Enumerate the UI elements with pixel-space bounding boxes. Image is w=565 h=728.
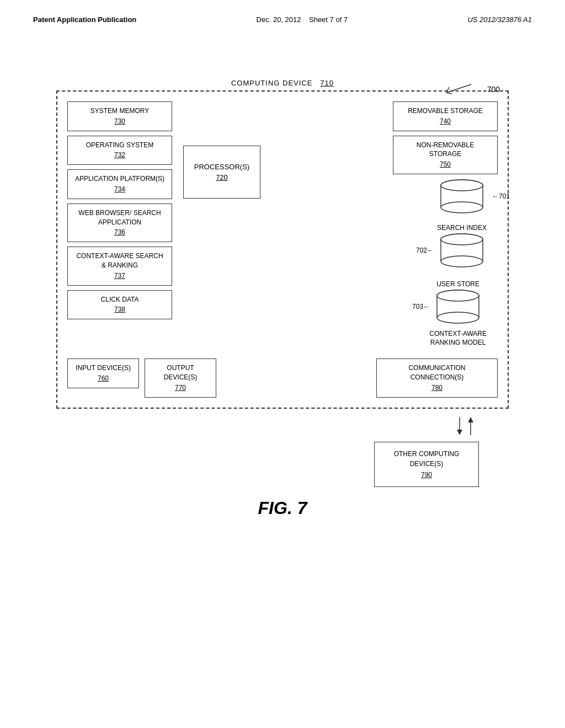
page-header: Patent Application Publication Dec. 20, …: [0, 0, 565, 24]
cylinder-702-icon: [437, 233, 487, 269]
diagram-area: COMPUTING DEVICE 710 SYSTEM MEMORY 730 O…: [56, 79, 509, 487]
header-center: Dec. 20, 2012 Sheet 7 of 7: [257, 15, 348, 24]
figure-label: FIG. 7: [0, 498, 565, 518]
inner-layout: SYSTEM MEMORY 730 OPERATING SYSTEM 732 A…: [67, 101, 498, 350]
svg-marker-22: [457, 430, 462, 435]
web-browser-ref: 736: [74, 228, 165, 237]
computing-device-ref: 710: [320, 79, 334, 87]
processor-box: PROCESSOR(S) 720: [183, 146, 260, 199]
sheet-number: Sheet 7 of 7: [309, 15, 348, 24]
application-platform-box: APPLICATION PLATFORM(S) 734: [67, 169, 172, 199]
click-data-label: CLICK DATA: [101, 296, 139, 303]
cylinder-701-icon: [437, 179, 487, 215]
output-device-box: OUTPUT DEVICE(S) 770: [145, 358, 216, 397]
patent-number: US 2012/323876 A1: [467, 15, 532, 24]
svg-point-7: [441, 202, 483, 213]
processor-label: PROCESSOR(S): [194, 163, 249, 171]
input-device-ref: 760: [74, 374, 132, 383]
input-device-label: INPUT DEVICE(S): [76, 364, 131, 372]
non-removable-storage-box: NON-REMOVABLE STORAGE 750: [393, 136, 498, 174]
cylinder-702-container: SEARCH INDEX 702←: [437, 221, 487, 271]
fig-label-text: FIG. 7: [258, 498, 307, 518]
web-browser-label: WEB BROWSER/ SEARCH APPLICATION: [78, 209, 161, 226]
input-device-box: INPUT DEVICE(S) 760: [67, 358, 139, 388]
output-device-label: OUTPUT DEVICE(S): [164, 364, 198, 381]
publication-date: Dec. 20, 2012: [257, 15, 301, 24]
computing-device-text: COMPUTING DEVICE: [231, 79, 312, 87]
non-removable-storage-label: NON-REMOVABLE STORAGE: [417, 141, 474, 158]
click-data-box: CLICK DATA 738: [67, 290, 172, 320]
system-memory-label: SYSTEM MEMORY: [90, 107, 149, 115]
removable-storage-box: REMOVABLE STORAGE 740: [393, 101, 498, 131]
click-data-ref: 738: [74, 305, 165, 314]
cylinder-701-container: ←701: [437, 179, 487, 215]
application-platform-label: APPLICATION PLATFORM(S): [75, 175, 164, 183]
publication-label: Patent Application Publication: [33, 15, 136, 24]
communication-connection-box: COMMUNICATION CONNECTION(S) 780: [376, 358, 498, 397]
web-browser-box: WEB BROWSER/ SEARCH APPLICATION 736: [67, 204, 172, 242]
cylinder-701-arrow-label: ←701: [492, 192, 510, 200]
arrow-section: OTHER COMPUTING DEVICE(S) 790: [56, 414, 509, 487]
system-memory-ref: 730: [74, 117, 165, 126]
svg-marker-24: [468, 417, 473, 422]
search-index-label: SEARCH INDEX: [437, 223, 487, 233]
operating-system-ref: 732: [74, 151, 165, 160]
svg-point-20: [437, 290, 479, 301]
removable-storage-label: REMOVABLE STORAGE: [408, 107, 483, 115]
cylinder-703-container: USER STORE 703←: [429, 277, 487, 347]
computing-device-box: SYSTEM MEMORY 730 OPERATING SYSTEM 732 A…: [56, 90, 509, 409]
context-aware-search-label: CONTEXT-AWARE SEARCH & RANKING: [76, 252, 163, 269]
arrows-icon: [451, 414, 484, 442]
header-left: Patent Application Publication: [33, 15, 136, 24]
communication-connection-ref: 780: [383, 383, 491, 393]
user-store-label: USER STORE: [436, 280, 479, 289]
context-aware-search-ref: 737: [74, 271, 165, 281]
other-computing-device-label: OTHER COMPUTING DEVICE(S): [394, 450, 460, 468]
cylinder-703-ref-label: 703←: [412, 303, 430, 311]
other-computing-device-box: OTHER COMPUTING DEVICE(S) 790: [374, 442, 479, 487]
application-platform-ref: 734: [74, 185, 165, 194]
removable-storage-ref: 740: [400, 117, 491, 126]
operating-system-label: OPERATING SYSTEM: [86, 141, 153, 149]
processor-ref: 720: [194, 173, 250, 181]
svg-point-8: [441, 180, 483, 191]
svg-point-14: [441, 234, 483, 245]
other-computing-device-ref: 790: [385, 470, 468, 480]
left-column: SYSTEM MEMORY 730 OPERATING SYSTEM 732 A…: [67, 101, 178, 319]
non-removable-storage-ref: 750: [400, 160, 491, 169]
right-column: REMOVABLE STORAGE 740 NON-REMOVABLE STOR…: [266, 101, 498, 350]
center-column: PROCESSOR(S) 720: [178, 101, 266, 199]
svg-point-19: [437, 312, 479, 323]
header-right: US 2012/323876 A1: [467, 15, 532, 24]
cylinder-702-ref-label: 702←: [416, 247, 434, 254]
svg-point-13: [441, 256, 483, 267]
bottom-row: INPUT DEVICE(S) 760 OUTPUT DEVICE(S) 770…: [67, 358, 498, 397]
output-device-ref: 770: [152, 383, 209, 393]
cylinder-703-icon: [433, 289, 483, 325]
context-aware-search-box: CONTEXT-AWARE SEARCH & RANKING 737: [67, 247, 172, 285]
computing-device-label: COMPUTING DEVICE 710: [56, 79, 509, 87]
context-aware-ranking-model-label: CONTEXT-AWARERANKING MODEL: [429, 329, 487, 348]
operating-system-box: OPERATING SYSTEM 732: [67, 136, 172, 165]
communication-connection-label: COMMUNICATION CONNECTION(S): [408, 364, 465, 381]
system-memory-box: SYSTEM MEMORY 730: [67, 101, 172, 131]
